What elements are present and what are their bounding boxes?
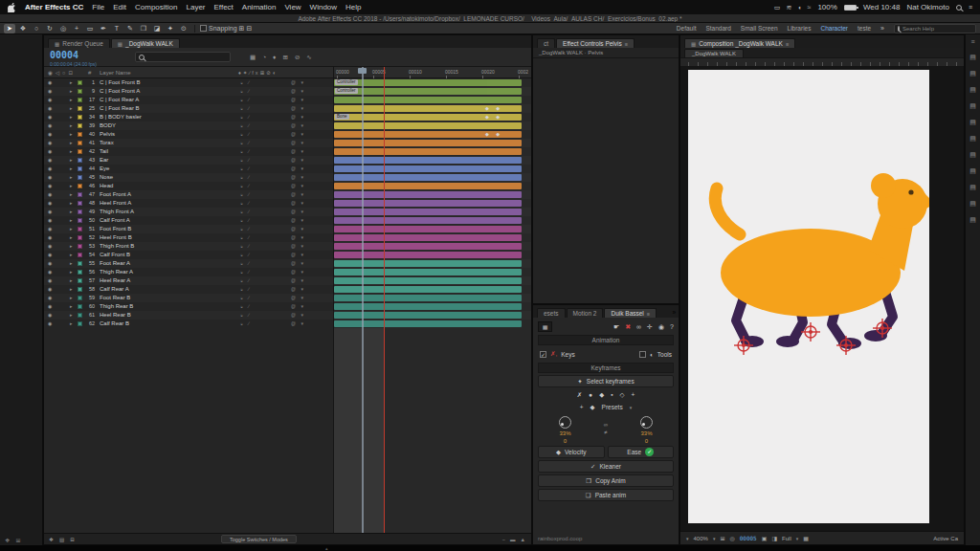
layer-parent-picker[interactable]: @ ▾ — [291, 260, 305, 266]
tab-composition[interactable]: ▦ Composition _DogWalk WALK ≡ — [684, 38, 795, 48]
layer-color-swatch[interactable] — [78, 235, 82, 240]
snap-features-icon[interactable]: ⊟ — [246, 25, 252, 33]
motion-blur-icon[interactable]: ⊘ — [266, 70, 273, 76]
panel-icon[interactable]: ▤ — [969, 200, 976, 208]
help-icon[interactable]: ? — [670, 323, 674, 331]
eye-icon[interactable]: ◉ — [48, 200, 52, 206]
menu-layer[interactable]: Layer — [187, 3, 206, 11]
wrench-icon[interactable]: ✛ — [647, 323, 653, 331]
layer-row[interactable]: ◉▸49Thigh Front A◒ ∕@ ▾ — [44, 208, 531, 216]
pen-tool[interactable]: ✒ — [98, 24, 109, 33]
twirl-icon[interactable]: ▸ — [70, 97, 73, 102]
layer-row[interactable]: ◉▸58Calf Rear A◒ ∕@ ▾ — [44, 285, 531, 294]
zoom-slider-handle[interactable]: ▬ — [510, 537, 516, 542]
layer-name[interactable]: Torax — [100, 140, 114, 145]
hamburger-menu-icon[interactable]: ≡ — [970, 38, 974, 45]
layer-row[interactable]: ◉▸39BODY◒ ∕@ ▾ — [44, 121, 531, 130]
layer-row[interactable]: ◉▸60Thigh Rear B◒ ∕@ ▾ — [44, 302, 531, 311]
layer-parent-picker[interactable]: @ ▾ — [291, 140, 305, 145]
twirl-icon[interactable]: ▸ — [70, 165, 73, 171]
twirl-icon[interactable]: ▸ — [70, 312, 73, 318]
workspace-standard[interactable]: Standard — [705, 25, 730, 32]
twirl-icon[interactable]: ▸ — [70, 105, 73, 111]
twirl-icon[interactable]: ▸ — [70, 88, 73, 94]
layer-switches[interactable]: ◒ ∕ — [240, 174, 251, 180]
layer-color-swatch[interactable] — [78, 166, 82, 171]
layer-name[interactable]: B | BODY basler — [100, 114, 142, 120]
layer-name[interactable]: Pelvis — [100, 131, 115, 137]
twirl-icon[interactable]: ▸ — [70, 191, 73, 197]
eye-icon[interactable]: ◉ — [48, 122, 52, 128]
mask-tool[interactable]: ▭ — [84, 24, 96, 33]
layer-switches[interactable]: ◒ ∕ — [240, 148, 251, 154]
audio-icon[interactable]: ◁ — [56, 70, 62, 76]
layer-switches[interactable]: ◒ ∕ — [240, 320, 251, 326]
layer-color-swatch[interactable] — [78, 296, 82, 300]
menu-file[interactable]: File — [92, 3, 104, 11]
layer-color-swatch[interactable] — [78, 244, 82, 249]
twirl-icon[interactable]: ▸ — [70, 157, 73, 163]
safe-guides-icon[interactable]: ⊞ — [720, 535, 724, 541]
eye-icon[interactable]: ◉ — [48, 312, 52, 318]
twirl-icon[interactable]: ▸ — [70, 260, 73, 266]
volume-icon[interactable]: ◖ — [797, 4, 801, 11]
layer-name[interactable]: C | Foot Front A — [100, 88, 140, 94]
current-time-display[interactable]: 00004 — [50, 50, 78, 60]
eye-icon[interactable]: ◉ — [48, 234, 52, 240]
twirl-icon[interactable]: ▸ — [70, 200, 73, 206]
layer-parent-picker[interactable]: @ ▾ — [291, 105, 305, 111]
layer-name[interactable]: Calf Front A — [100, 217, 130, 223]
layer-parent-picker[interactable]: @ ▾ — [291, 97, 305, 102]
apple-icon[interactable] — [8, 3, 16, 12]
menu-help[interactable]: Help — [345, 3, 361, 11]
layer-color-swatch[interactable] — [78, 270, 82, 275]
in-out-icon[interactable]: ⊟ — [70, 537, 75, 542]
layer-parent-picker[interactable]: @ ▾ — [291, 148, 305, 154]
layer-color-swatch[interactable] — [78, 158, 82, 163]
layer-color-swatch[interactable] — [78, 106, 82, 111]
layer-switches[interactable]: ◒ ∕ — [240, 88, 251, 94]
layer-parent-picker[interactable]: @ ▾ — [291, 200, 305, 206]
twirl-icon[interactable]: ▸ — [70, 217, 73, 223]
layer-color-swatch[interactable] — [78, 201, 82, 206]
layer-name[interactable]: Heel Rear A — [100, 277, 130, 283]
twirl-icon[interactable]: ▸ — [70, 209, 73, 214]
current-time-indicator[interactable] — [384, 67, 385, 533]
wifi-icon[interactable]: ≈ — [808, 4, 812, 11]
layer-color-swatch[interactable] — [78, 321, 82, 326]
layer-parent-picker[interactable]: @ ▾ — [291, 209, 305, 214]
menu-app-name[interactable]: After Effects CC — [25, 3, 83, 11]
layer-switches[interactable]: ◒ ∕ — [240, 269, 251, 275]
menubar-user[interactable]: Nat Okimoto — [906, 3, 948, 11]
layer-row[interactable]: ◉▸51Foot Front B◒ ∕@ ▾ — [44, 225, 531, 233]
layer-color-swatch[interactable] — [78, 253, 82, 257]
layer-parent-picker[interactable]: @ ▾ — [291, 165, 305, 171]
tools-checkbox[interactable] — [639, 351, 646, 358]
eye-icon[interactable]: ◉ — [48, 217, 52, 223]
layer-color-swatch[interactable] — [78, 123, 82, 128]
twirl-icon[interactable]: ▸ — [70, 140, 73, 145]
layer-name[interactable]: Tail — [100, 148, 108, 154]
layer-switches[interactable]: ◒ ∕ — [240, 79, 251, 85]
twirl-icon[interactable]: ▸ — [70, 226, 73, 231]
layer-row[interactable]: ◉▸61Heel Rear B◒ ∕@ ▾ — [44, 311, 531, 320]
region-of-interest-icon[interactable]: ▦ — [803, 535, 809, 541]
layer-switches[interactable]: ◒ ∕ — [240, 105, 251, 111]
layer-switches[interactable]: ◒ ∕ — [240, 209, 251, 214]
twirl-icon[interactable]: ▸ — [70, 303, 73, 309]
layer-row[interactable]: ◉▸9C | Foot Front A◒ ∕@ ▾Controller — [44, 87, 531, 96]
eye-icon[interactable]: ◉ — [48, 174, 52, 180]
layer-row[interactable]: ◉▸1C | Foot Front B◒ ∕@ ▾Controller — [44, 78, 531, 87]
layer-row[interactable]: ◉▸43Ear◒ ∕@ ▾ — [44, 156, 531, 165]
layer-parent-picker[interactable]: @ ▾ — [291, 252, 305, 257]
layer-color-swatch[interactable] — [78, 304, 82, 309]
layer-parent-picker[interactable]: @ ▾ — [291, 114, 305, 120]
layer-color-swatch[interactable] — [78, 227, 82, 231]
eye-icon[interactable]: ◉ — [48, 131, 52, 137]
layer-color-swatch[interactable] — [78, 261, 82, 266]
eye-icon[interactable]: ◉ — [48, 260, 52, 266]
layer-name[interactable]: Ear — [100, 157, 108, 163]
layer-switches[interactable]: ◒ ∕ — [240, 226, 251, 231]
eye-icon[interactable]: ◉ — [48, 157, 52, 163]
layer-row[interactable]: ◉▸42Tail◒ ∕@ ▾ — [44, 147, 531, 156]
